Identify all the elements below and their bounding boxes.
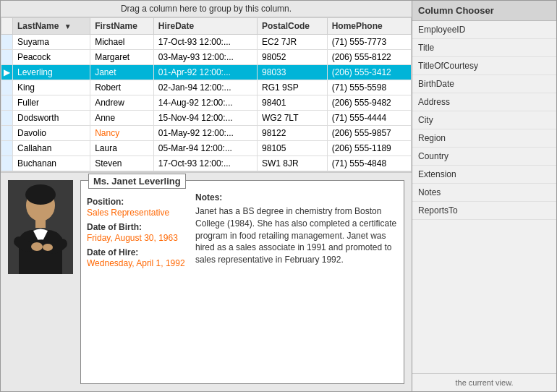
column-chooser-title: Column Chooser xyxy=(412,1,556,21)
column-chooser-panel: Column Chooser EmployeeIDTitleTitleOfCou… xyxy=(412,0,557,392)
cell-postalcode: SW1 8JR xyxy=(258,156,328,171)
table-row[interactable]: PeacockMargaret03-May-93 12:00:...98052(… xyxy=(1,50,412,65)
doh-label: Date of Hire: xyxy=(87,247,188,257)
cell-lastname: Dodsworth xyxy=(13,111,90,126)
lastname-header[interactable]: LastName ▼ xyxy=(13,18,90,35)
row-indicator xyxy=(1,35,13,50)
table-row[interactable]: BuchananSteven17-Oct-93 12:00:...SW1 8JR… xyxy=(1,156,412,171)
row-indicator xyxy=(1,95,13,111)
cell-postalcode: 98052 xyxy=(258,50,328,65)
table-row[interactable]: CallahanLaura05-Mar-94 12:00:...98105(20… xyxy=(1,141,412,156)
table-row[interactable]: DavolioNancy01-May-92 12:00:...98122(206… xyxy=(1,126,412,141)
cell-lastname: Callahan xyxy=(13,141,90,156)
cell-firstname: Margaret xyxy=(90,50,154,65)
cell-firstname: Robert xyxy=(90,80,154,95)
row-indicator xyxy=(1,156,13,171)
column-chooser-item[interactable]: BirthDate xyxy=(412,75,556,93)
cell-homephone: (71) 555-4444 xyxy=(327,111,411,126)
cell-firstname: Steven xyxy=(90,156,154,171)
column-chooser-item[interactable]: Notes xyxy=(412,184,556,202)
main-container: Drag a column here to group by this colu… xyxy=(0,0,557,392)
cell-homephone: (71) 555-5598 xyxy=(327,80,411,95)
cell-hiredate: 02-Jan-94 12:00:... xyxy=(153,80,257,95)
column-chooser-item[interactable]: TitleOfCourtesy xyxy=(412,57,556,75)
column-chooser-item[interactable]: Title xyxy=(412,39,556,57)
cell-homephone: (71) 555-7773 xyxy=(327,35,411,50)
row-indicator xyxy=(1,126,13,141)
cell-postalcode: EC2 7JR xyxy=(258,35,328,50)
cell-lastname: Buchanan xyxy=(13,156,90,171)
row-indicator xyxy=(1,111,13,126)
postalcode-header[interactable]: PostalCode xyxy=(258,18,328,35)
svg-rect-3 xyxy=(35,219,46,228)
detail-info: Ms. Janet Leverling Position: Sales Repr… xyxy=(80,180,404,384)
cell-postalcode: 98122 xyxy=(258,126,328,141)
column-chooser-item[interactable]: Extension xyxy=(412,166,556,184)
hiredate-header[interactable]: HireDate xyxy=(153,18,257,35)
cell-homephone: (71) 555-4848 xyxy=(327,156,411,171)
detail-content: Position: Sales Representative Date of B… xyxy=(87,192,398,268)
cell-hiredate: 01-May-92 12:00:... xyxy=(153,126,257,141)
notes-label: Notes: xyxy=(195,192,398,203)
cell-lastname: Suyama xyxy=(13,35,90,50)
homephone-header[interactable]: HomePhone xyxy=(327,18,411,35)
position-label: Position: xyxy=(87,197,188,207)
cell-hiredate: 14-Aug-92 12:00:... xyxy=(153,95,257,111)
cell-postalcode: WG2 7LT xyxy=(258,111,328,126)
detail-left: Position: Sales Representative Date of B… xyxy=(87,192,188,268)
row-indicator xyxy=(1,80,13,95)
data-grid: LastName ▼ FirstName HireDate PostalCode… xyxy=(1,17,412,171)
column-chooser-item[interactable]: Country xyxy=(412,148,556,166)
cell-firstname: Janet xyxy=(90,65,154,80)
dob-value: Friday, August 30, 1963 xyxy=(87,233,188,243)
sort-arrow-icon: ▼ xyxy=(64,22,72,30)
cell-hiredate: 03-May-93 12:00:... xyxy=(153,50,257,65)
cell-lastname: Leverling xyxy=(13,65,90,80)
detail-panel: Ms. Janet Leverling Position: Sales Repr… xyxy=(1,171,412,391)
employee-photo-svg xyxy=(8,180,73,274)
column-chooser-item[interactable]: Region xyxy=(412,129,556,148)
cell-hiredate: 17-Oct-93 12:00:... xyxy=(153,156,257,171)
table-row[interactable]: SuyamaMichael17-Oct-93 12:00:...EC2 7JR(… xyxy=(1,35,412,50)
doh-value: Wednesday, April 1, 1992 xyxy=(87,258,188,268)
cell-postalcode: 98105 xyxy=(258,141,328,156)
cell-firstname: Laura xyxy=(90,141,154,156)
cell-hiredate: 17-Oct-93 12:00:... xyxy=(153,35,257,50)
cell-lastname: King xyxy=(13,80,90,95)
cell-lastname: Davolio xyxy=(13,126,90,141)
drag-hint: Drag a column here to group by this colu… xyxy=(1,1,412,17)
column-chooser-item[interactable]: EmployeeID xyxy=(412,21,556,39)
table-row[interactable]: DodsworthAnne15-Nov-94 12:00:...WG2 7LT(… xyxy=(1,111,412,126)
position-value: Sales Representative xyxy=(87,208,188,218)
table-row[interactable]: ▶LeverlingJanet01-Apr-92 12:00:...98033(… xyxy=(1,65,412,80)
cell-postalcode: 98401 xyxy=(258,95,328,111)
row-indicator xyxy=(1,141,13,156)
firstname-header[interactable]: FirstName xyxy=(90,18,154,35)
svg-point-2 xyxy=(25,184,56,205)
cell-hiredate: 05-Mar-94 12:00:... xyxy=(153,141,257,156)
column-chooser-footer: the current view. xyxy=(412,373,556,391)
cell-hiredate: 01-Apr-92 12:00:... xyxy=(153,65,257,80)
table-row[interactable]: FullerAndrew14-Aug-92 12:00:...98401(206… xyxy=(1,95,412,111)
table-body: SuyamaMichael17-Oct-93 12:00:...EC2 7JR(… xyxy=(1,35,412,171)
left-panel: Drag a column here to group by this colu… xyxy=(0,0,412,392)
cell-homephone: (206) 555-9857 xyxy=(327,126,411,141)
column-chooser-item[interactable]: City xyxy=(412,111,556,129)
column-chooser-item[interactable]: Address xyxy=(412,93,556,111)
table-row[interactable]: KingRobert02-Jan-94 12:00:...RG1 9SP(71)… xyxy=(1,80,412,95)
cell-firstname: Andrew xyxy=(90,95,154,111)
cell-postalcode: RG1 9SP xyxy=(258,80,328,95)
cell-homephone: (206) 555-8122 xyxy=(327,50,411,65)
column-chooser-list: EmployeeIDTitleTitleOfCourtesyBirthDateA… xyxy=(412,21,556,373)
row-indicator xyxy=(1,50,13,65)
cell-homephone: (206) 555-3412 xyxy=(327,65,411,80)
cell-firstname: Anne xyxy=(90,111,154,126)
column-chooser-item[interactable]: ReportsTo xyxy=(412,202,556,220)
cell-hiredate: 15-Nov-94 12:00:... xyxy=(153,111,257,126)
cell-lastname: Fuller xyxy=(13,95,90,111)
employee-table: LastName ▼ FirstName HireDate PostalCode… xyxy=(1,17,412,171)
dob-label: Date of Birth: xyxy=(87,222,188,232)
cell-homephone: (206) 555-1189 xyxy=(327,141,411,156)
table-header-row: LastName ▼ FirstName HireDate PostalCode… xyxy=(1,18,412,35)
cell-firstname: Michael xyxy=(90,35,154,50)
